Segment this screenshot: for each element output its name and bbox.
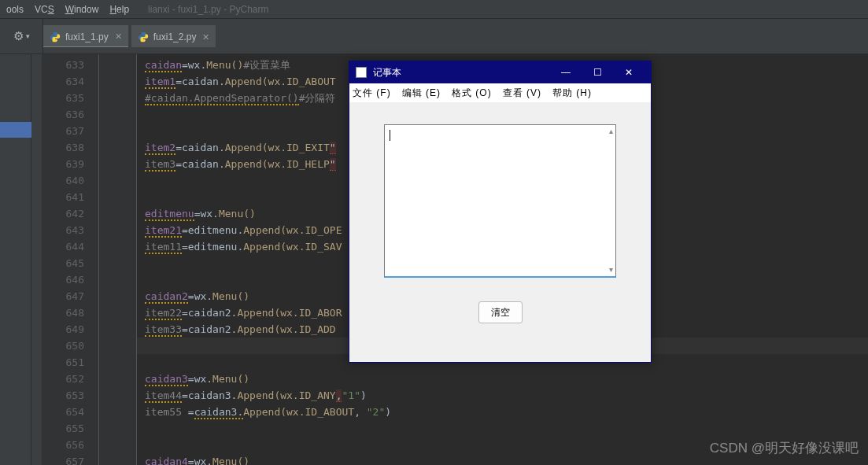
- toolbar: ⚙ ▾ fuxi1_1.py ✕ fuxi1_2.py ✕: [0, 19, 868, 54]
- line-number: 653: [42, 387, 98, 404]
- menu-window[interactable]: Window: [65, 4, 99, 15]
- line-number: 656: [42, 437, 98, 453]
- line-number: 637: [42, 123, 98, 139]
- editor-tabs: fuxi1_1.py ✕ fuxi1_2.py ✕: [43, 25, 219, 47]
- gear-icon: ⚙: [13, 29, 24, 43]
- main-menubar: ools VCS Window Help lianxi - fuxi1_1.py…: [0, 0, 868, 19]
- tool-window-bar-left[interactable]: [0, 54, 31, 465]
- line-number: 655: [42, 420, 98, 437]
- line-number: 651: [42, 354, 98, 371]
- line-number: 643: [42, 222, 98, 238]
- line-number: 633: [42, 57, 98, 73]
- line-number: 652: [42, 371, 98, 387]
- line-number: 646: [42, 271, 98, 288]
- line-number: 647: [42, 288, 98, 304]
- python-file-icon: [50, 31, 61, 42]
- tab-label: fuxi1_1.py: [65, 31, 109, 42]
- line-number: 638: [42, 139, 98, 156]
- line-number: 657: [42, 453, 98, 465]
- line-number: 648: [42, 304, 98, 321]
- close-icon[interactable]: ✕: [115, 31, 122, 42]
- settings-dropdown[interactable]: ⚙ ▾: [0, 19, 43, 54]
- line-number: 645: [42, 255, 98, 271]
- line-number: 636: [42, 106, 98, 123]
- line-number: 642: [42, 205, 98, 222]
- line-number-gutter[interactable]: 633 634 635 636 637 638 639 640 641 642 …: [42, 54, 99, 465]
- line-number: 639: [42, 156, 98, 172]
- line-number: 641: [42, 189, 98, 205]
- tool-window-stripe: [31, 54, 42, 465]
- line-number: 634: [42, 73, 98, 90]
- tab-fuxi1-2[interactable]: fuxi1_2.py ✕: [131, 25, 216, 47]
- menu-help[interactable]: Help: [109, 4, 129, 15]
- close-icon[interactable]: ✕: [202, 32, 209, 42]
- line-number: 654: [42, 404, 98, 420]
- line-number: 649: [42, 321, 98, 338]
- line-number: 650: [42, 338, 98, 354]
- line-number: 635: [42, 90, 98, 106]
- code-editor[interactable]: caidan=wx.Menu()#设置菜单 item1=caidan.Appen…: [137, 54, 868, 465]
- gutter-fold-area: [99, 54, 137, 465]
- chevron-down-icon: ▾: [26, 32, 30, 40]
- tab-fuxi1-1[interactable]: fuxi1_1.py ✕: [43, 25, 128, 47]
- line-number: 640: [42, 172, 98, 189]
- menu-tools[interactable]: ools: [6, 4, 24, 15]
- python-file-icon: [138, 31, 149, 42]
- line-number: 644: [42, 238, 98, 255]
- selection-marker: [0, 122, 31, 138]
- editor-area: 633 634 635 636 637 638 639 640 641 642 …: [0, 54, 868, 465]
- menu-vcs[interactable]: VCS: [35, 4, 54, 15]
- window-title: lianxi - fuxi1_1.py - PyCharm: [148, 4, 268, 15]
- tab-label: fuxi1_2.py: [153, 31, 197, 42]
